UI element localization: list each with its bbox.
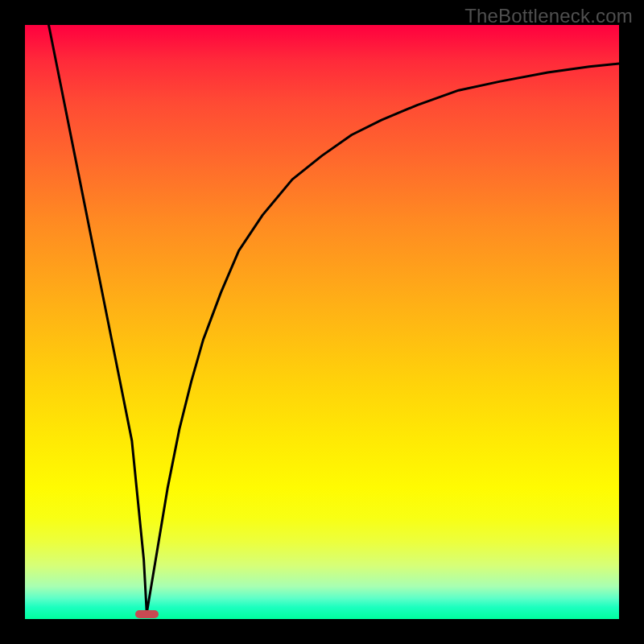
chart-frame: TheBottleneck.com xyxy=(0,0,644,644)
bottleneck-marker xyxy=(135,610,159,618)
plot-area xyxy=(25,25,619,619)
curve-left-branch xyxy=(49,25,147,613)
curve-layer xyxy=(25,25,619,619)
watermark-text: TheBottleneck.com xyxy=(464,5,633,27)
curve-right-branch xyxy=(147,64,619,613)
